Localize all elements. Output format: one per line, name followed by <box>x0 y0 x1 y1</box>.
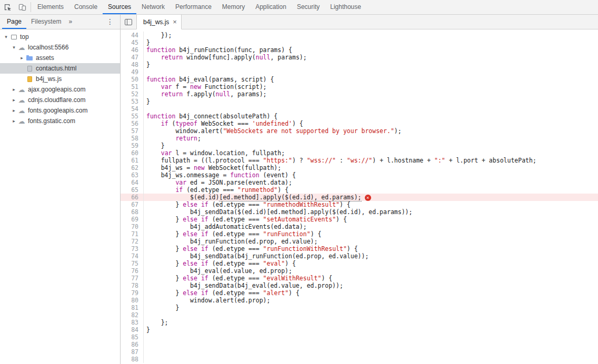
line-number[interactable]: 54 <box>121 105 144 113</box>
sidebar-tab-page[interactable]: Page <box>2 15 26 29</box>
code-line-74[interactable]: 74 b4j_sendData(b4j_runFunction(ed.prop,… <box>121 252 598 260</box>
code-line-83[interactable]: 83 }; <box>121 319 598 326</box>
tab-memory[interactable]: Memory <box>217 0 250 14</box>
line-number[interactable]: 59 <box>121 142 144 149</box>
line-number[interactable]: 78 <box>121 282 144 289</box>
code-line-56[interactable]: 56 if (typeof WebSocket === 'undefined')… <box>121 120 598 127</box>
line-number[interactable]: 60 <box>121 149 144 157</box>
code-line-61[interactable]: 61 fullpath = ((l.protocol === "https:")… <box>121 157 598 164</box>
code-line-50[interactable]: 50function b4j_eval(params, script) { <box>121 76 598 83</box>
code-line-67[interactable]: 67 } else if (ed.etype === "runmethodWit… <box>121 201 598 208</box>
code-line-45[interactable]: 45} <box>121 39 598 46</box>
tree-item-fonts-googleapis-com[interactable]: ▸☁fonts.googleapis.com <box>0 105 120 116</box>
line-number[interactable]: 51 <box>121 83 144 90</box>
file-tab-b4j-ws-js[interactable]: b4j_ws.js × <box>136 15 182 29</box>
line-number[interactable]: 76 <box>121 267 144 275</box>
code-line-84[interactable]: 84} <box>121 326 598 333</box>
code-line-54[interactable]: 54 <box>121 105 598 113</box>
code-line-86[interactable]: 86 <box>121 341 598 348</box>
code-line-73[interactable]: 73 } else if (ed.etype === "runFunctionW… <box>121 245 598 252</box>
tab-console[interactable]: Console <box>69 0 103 14</box>
tab-network[interactable]: Network <box>136 0 170 14</box>
code-line-68[interactable]: 68 b4j_sendData($(ed.id)[ed.method].appl… <box>121 208 598 216</box>
inspect-button[interactable] <box>0 0 15 14</box>
device-toolbar-button[interactable] <box>15 0 29 14</box>
code-line-57[interactable]: 57 window.alert("WebSockets are not supp… <box>121 127 598 135</box>
line-number[interactable]: 61 <box>121 157 144 164</box>
code-line-65[interactable]: 65 if (ed.etype === "runmethod") { <box>121 186 598 194</box>
line-number[interactable]: 75 <box>121 260 144 267</box>
code-line-60[interactable]: 60 var l = window.location, fullpath; <box>121 149 598 157</box>
code-line-59[interactable]: 59 } <box>121 142 598 149</box>
code-line-82[interactable]: 82 <box>121 311 598 319</box>
code-line-69[interactable]: 69 } else if (ed.etype === "setAutomatic… <box>121 216 598 223</box>
code-line-51[interactable]: 51 var f = new Function(script); <box>121 83 598 90</box>
line-number[interactable]: 68 <box>121 208 144 216</box>
expander-closed-icon[interactable]: ▸ <box>11 108 17 113</box>
tree-item-b4j-ws-js[interactable]: b4j_ws.js <box>0 74 120 84</box>
line-number[interactable]: 57 <box>121 127 144 135</box>
code-line-55[interactable]: 55function b4j_connect(absolutePath) { <box>121 113 598 120</box>
code-line-78[interactable]: 78 b4j_sendData(b4j_eval(ed.value, ed.pr… <box>121 282 598 289</box>
tree-item-assets[interactable]: ▸assets <box>0 53 120 63</box>
code-line-75[interactable]: 75 } else if (ed.etype === "eval") { <box>121 260 598 267</box>
expander-closed-icon[interactable]: ▸ <box>11 87 17 92</box>
line-number[interactable]: 81 <box>121 304 144 311</box>
expander-closed-icon[interactable]: ▸ <box>18 55 25 60</box>
line-number[interactable]: 62 <box>121 164 144 171</box>
line-number[interactable]: 73 <box>121 245 144 252</box>
line-number[interactable]: 87 <box>121 348 144 356</box>
code-line-85[interactable]: 85 <box>121 333 598 341</box>
code-line-79[interactable]: 79 } else if (ed.etype === "alert") { <box>121 289 598 297</box>
code-line-53[interactable]: 53} <box>121 98 598 105</box>
line-number[interactable]: 70 <box>121 223 144 230</box>
line-number[interactable]: 82 <box>121 311 144 319</box>
tree-item-cdnjs-cloudflare-com[interactable]: ▸☁cdnjs.cloudflare.com <box>0 95 120 105</box>
code-line-46[interactable]: 46function b4j_runFunction(func, params)… <box>121 46 598 54</box>
code-line-76[interactable]: 76 b4j_eval(ed.value, ed.prop); <box>121 267 598 275</box>
code-line-52[interactable]: 52 return f.apply(null, params); <box>121 90 598 98</box>
line-number[interactable]: 55 <box>121 113 144 120</box>
code-line-64[interactable]: 64 var ed = JSON.parse(event.data); <box>121 179 598 186</box>
code-line-72[interactable]: 72 b4j_runFunction(ed.prop, ed.value); <box>121 238 598 245</box>
tab-performance[interactable]: Performance <box>170 0 217 14</box>
code-line-63[interactable]: 63 b4j_ws.onmessage = function (event) { <box>121 171 598 179</box>
line-number[interactable]: 58 <box>121 135 144 142</box>
line-number[interactable]: 44 <box>121 32 144 39</box>
line-number[interactable]: 53 <box>121 98 144 105</box>
code-line-44[interactable]: 44 }); <box>121 32 598 39</box>
line-number[interactable]: 83 <box>121 319 144 326</box>
tab-lighthouse[interactable]: Lighthouse <box>325 0 366 14</box>
expander-closed-icon[interactable]: ▸ <box>11 97 17 103</box>
expander-open-icon[interactable]: ▾ <box>3 34 9 39</box>
line-number[interactable]: 85 <box>121 333 144 341</box>
tree-item-contactus-html[interactable]: contactus.html <box>0 63 120 74</box>
line-number[interactable]: 79 <box>121 289 144 297</box>
tab-elements[interactable]: Elements <box>32 0 69 14</box>
more-tabs-chevron[interactable]: » <box>66 15 75 29</box>
sidebar-tab-filesystem[interactable]: Filesystem <box>26 15 66 29</box>
line-number[interactable]: 65 <box>121 186 144 194</box>
line-number[interactable]: 72 <box>121 238 144 245</box>
tree-item-top[interactable]: ▾top <box>0 32 120 42</box>
line-number[interactable]: 56 <box>121 120 144 127</box>
line-number[interactable]: 71 <box>121 230 144 238</box>
line-number[interactable]: 45 <box>121 39 144 46</box>
line-number[interactable]: 64 <box>121 179 144 186</box>
line-number[interactable]: 69 <box>121 216 144 223</box>
code-line-71[interactable]: 71 } else if (ed.etype === "runFunction"… <box>121 230 598 238</box>
error-icon[interactable]: × <box>365 195 371 201</box>
line-number[interactable]: 52 <box>121 90 144 98</box>
code-line-49[interactable]: 49 <box>121 68 598 76</box>
line-number[interactable]: 48 <box>121 61 144 68</box>
tab-security[interactable]: Security <box>292 0 325 14</box>
close-icon[interactable]: × <box>173 18 177 25</box>
tab-sources[interactable]: Sources <box>103 0 136 14</box>
line-number[interactable]: 86 <box>121 341 144 348</box>
code-area[interactable]: 44 });45}46function b4j_runFunction(func… <box>121 29 598 364</box>
line-number[interactable]: 84 <box>121 326 144 333</box>
code-line-58[interactable]: 58 return; <box>121 135 598 142</box>
line-number[interactable]: 67 <box>121 201 144 208</box>
tree-item-ajax-googleapis-com[interactable]: ▸☁ajax.googleapis.com <box>0 84 120 95</box>
code-line-47[interactable]: 47 return window[func].apply(null, param… <box>121 54 598 61</box>
